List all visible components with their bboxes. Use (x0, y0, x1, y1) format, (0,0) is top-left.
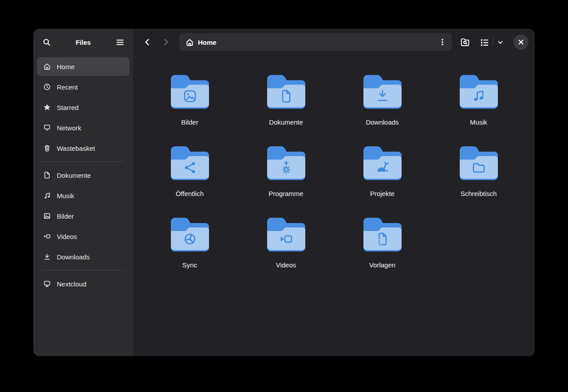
remote-display-icon (43, 280, 51, 288)
sidebar-item-home[interactable]: Home (37, 57, 130, 76)
sidebar-item-recent[interactable]: Recent (37, 78, 130, 96)
sidebar-item-nextcloud[interactable]: Nextcloud (37, 274, 130, 293)
image-icon (43, 212, 51, 220)
main-menu-button[interactable] (112, 34, 128, 50)
sidebar-item-label: Musik (57, 192, 74, 200)
sidebar-item-label: Dokumente (57, 172, 91, 179)
folder-label: Sync (182, 261, 197, 269)
sidebar-item-label: Wastebasket (57, 145, 95, 152)
sidebar-item-starred[interactable]: Starred (37, 98, 130, 117)
chevron-left-icon (143, 38, 152, 47)
star-icon (43, 103, 51, 111)
folder-label: Dokumente (269, 118, 303, 126)
folder-label: Downloads (366, 118, 398, 126)
sidebar-item-videos[interactable]: Videos (37, 227, 130, 246)
toolbar: Home (133, 29, 535, 55)
chevron-right-icon (162, 38, 170, 47)
home-icon (185, 38, 194, 47)
folder-icon (458, 72, 500, 111)
home-icon (43, 63, 51, 71)
folder-item-musik[interactable]: Musik (430, 72, 527, 126)
folder-item-videos[interactable]: Videos (238, 215, 334, 269)
back-button[interactable] (139, 34, 155, 50)
sidebar-item-label: Starred (57, 104, 79, 111)
folder-item-bilder[interactable]: Bilder (142, 72, 238, 126)
folder-icon (458, 144, 500, 183)
search-icon (43, 38, 51, 47)
view-options-button[interactable] (494, 34, 506, 50)
folder-item-downloads[interactable]: Downloads (334, 72, 430, 126)
folder-item-sync[interactable]: Sync (142, 215, 238, 269)
chevron-down-icon (497, 39, 504, 46)
files-window: Files Home (33, 29, 535, 356)
list-view-icon (480, 38, 489, 47)
folder-item-programme[interactable]: Programme (238, 144, 334, 197)
path-bar[interactable]: Home (179, 33, 452, 51)
folder-item-dokumente[interactable]: Dokumente (238, 72, 334, 126)
view-toggle-group (477, 34, 506, 50)
toolbar-actions (457, 34, 506, 50)
folder-label: Programme (268, 190, 303, 197)
folder-label: Schreibtisch (461, 190, 497, 197)
folder-label: Videos (276, 261, 296, 269)
sidebar-separator (42, 270, 124, 270)
list-view-button[interactable] (477, 34, 492, 50)
folder-search-icon (460, 37, 470, 47)
folder-item-vorlagen[interactable]: Vorlagen (334, 215, 430, 269)
folder-item-oeffentlich[interactable]: Öffentlich (142, 144, 238, 197)
close-icon (518, 39, 524, 45)
view-separator (493, 37, 493, 47)
video-camera-icon (43, 232, 51, 240)
sidebar-item-label: Videos (57, 233, 77, 240)
sidebar-item-label: Home (57, 63, 75, 71)
sidebar-item-label: Downloads (57, 253, 90, 261)
app-title: Files (55, 39, 112, 46)
main-pane: Home (133, 29, 535, 356)
folder-icon (361, 215, 404, 254)
folder-icon (361, 72, 404, 111)
folder-icon (265, 144, 308, 183)
sidebar-places: Home Recent Starred (33, 55, 133, 295)
folder-icon (169, 144, 211, 183)
sidebar-header: Files (33, 29, 133, 55)
music-note-icon (43, 192, 51, 200)
hamburger-menu-icon (116, 38, 124, 47)
sidebar-item-downloads[interactable]: Downloads (37, 247, 130, 266)
folder-label: Projekte (370, 190, 394, 197)
folder-grid: Bilder Dokumente (142, 72, 535, 269)
folder-label: Vorlagen (369, 261, 395, 269)
folder-label: Bilder (181, 118, 198, 126)
folder-icon (361, 144, 404, 183)
clock-icon (43, 83, 51, 91)
sidebar-item-wastebasket[interactable]: Wastebasket (37, 139, 130, 157)
folder-icon (265, 72, 308, 111)
forward-button[interactable] (158, 34, 174, 50)
network-icon (43, 124, 51, 132)
folder-icon (169, 72, 211, 111)
folder-label: Öffentlich (176, 190, 204, 197)
sidebar-item-label: Network (57, 124, 81, 132)
folder-icon (265, 215, 308, 254)
search-location-button[interactable] (457, 34, 473, 50)
current-location-label: Home (198, 39, 433, 46)
folder-item-schreibtisch[interactable]: Schreibtisch (430, 144, 527, 197)
folder-item-projekte[interactable]: Projekte (334, 144, 430, 197)
search-button[interactable] (39, 34, 55, 50)
kebab-menu-icon (438, 38, 447, 47)
trash-icon (43, 144, 51, 152)
sidebar: Files Home (33, 29, 133, 356)
sidebar-item-label: Nextcloud (57, 280, 87, 288)
location-menu-button[interactable] (433, 33, 452, 51)
sidebar-item-label: Bilder (57, 212, 74, 220)
sidebar-item-dokumente[interactable]: Dokumente (37, 166, 130, 184)
sidebar-item-musik[interactable]: Musik (37, 186, 130, 205)
sidebar-separator (42, 161, 124, 162)
sidebar-item-network[interactable]: Network (37, 118, 130, 137)
sidebar-item-bilder[interactable]: Bilder (37, 207, 130, 225)
folder-icon (169, 215, 211, 254)
file-view[interactable]: Bilder Dokumente (133, 55, 535, 356)
download-icon (43, 253, 51, 261)
close-window-button[interactable] (513, 35, 529, 50)
folder-label: Musik (470, 118, 487, 126)
sidebar-item-label: Recent (57, 83, 78, 91)
